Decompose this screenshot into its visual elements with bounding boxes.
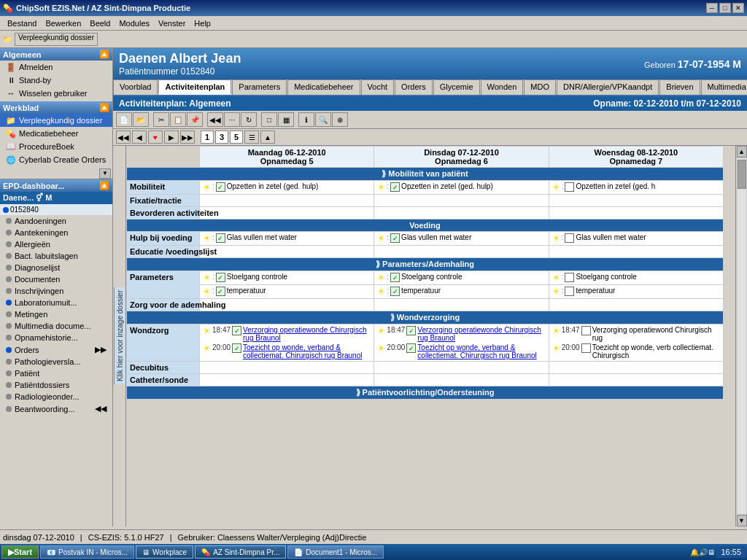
epd-header[interactable]: EPD-dashboar... 🔼 <box>0 179 112 192</box>
checkbox-mob-mon[interactable]: ✓ <box>216 182 225 192</box>
tab-mdo[interactable]: MDO <box>524 79 556 95</box>
checkbox-temp-tue[interactable]: ✓ <box>390 287 400 296</box>
checkbox-wond1-wed[interactable] <box>581 326 591 335</box>
sidebar-inschrijvingen[interactable]: Inschrijvingen <box>0 285 112 297</box>
cal-next[interactable]: ▶ <box>164 131 179 144</box>
sidebar-scrollbar[interactable]: ▼ <box>99 168 111 179</box>
menu-modules[interactable]: Modules <box>115 18 154 29</box>
view2-btn[interactable]: ▦ <box>278 112 294 127</box>
menu-help[interactable]: Help <box>190 18 215 29</box>
checkbox-wond2-mon[interactable]: ✓ <box>232 343 241 353</box>
taskbar-azsint[interactable]: 💊 AZ Sint-Dimpna Pr... <box>195 545 286 559</box>
sidebar-patientdossiers[interactable]: Patiëntdossiers <box>0 379 112 391</box>
sidebar-diagnose[interactable]: Diagnoselijst <box>0 262 112 273</box>
checkbox-mob-tue[interactable]: ✓ <box>390 182 400 192</box>
sidebar-opname[interactable]: Opnamehistorie... <box>0 332 112 343</box>
cal-num1[interactable]: 1 <box>201 131 214 144</box>
sidebar-pathologie[interactable]: Pathologieversla... <box>0 356 112 368</box>
werkblad-header[interactable]: Werkblad 🔼 <box>0 101 112 114</box>
checkbox-wond2-wed[interactable] <box>581 343 591 353</box>
checkbox-wond2-tue[interactable]: ✓ <box>406 343 416 353</box>
cal-next-next[interactable]: ▶▶ <box>180 131 195 144</box>
sidebar-bact[interactable]: Bact. labuitslagen <box>0 250 112 262</box>
open-btn[interactable]: 📂 <box>133 112 149 127</box>
refresh-btn[interactable]: ↻ <box>241 112 257 127</box>
scroll-thumb[interactable] <box>738 160 746 189</box>
maximize-button[interactable]: □ <box>719 3 731 13</box>
start-button[interactable]: ▶ Start <box>1 545 39 559</box>
menu-venster[interactable]: Venster <box>154 18 190 29</box>
tab-parameters[interactable]: Parameters <box>232 79 287 95</box>
sidebar-verpleegkundig[interactable]: 📁 Verpleegkundig dossier <box>0 114 112 127</box>
cal-num5[interactable]: 5 <box>230 131 243 144</box>
taskbar-document[interactable]: 📄 Document1 - Micros... <box>287 545 384 559</box>
cal-num3[interactable]: 3 <box>215 131 228 144</box>
minimize-button[interactable]: ─ <box>706 3 718 13</box>
sidebar-wisselen[interactable]: ↔ Wisselen gebruiker <box>0 87 112 100</box>
sidebar-orders[interactable]: Orders ▶▶ <box>0 343 112 356</box>
sidebar-beantwoording[interactable]: Beantwoording... ◀◀ <box>0 402 112 415</box>
sidebar-medicatie[interactable]: 💊 Medicatiebeheer <box>0 127 112 140</box>
tab-wonden[interactable]: Wonden <box>481 79 524 95</box>
tab-dnr[interactable]: DNR/Allergie/VPKaandpt <box>557 79 659 95</box>
sidebar-aandoeningen[interactable]: Aandoeningen <box>0 215 112 227</box>
tab-vocht[interactable]: Vocht <box>361 79 395 95</box>
vertical-sidebar-container[interactable]: Klik hier voor inzage dossier <box>113 146 126 526</box>
dossier-button[interactable]: Verpleegkundig dossier <box>15 33 98 46</box>
tab-medicatiebeheer[interactable]: Medicatiebeheer <box>287 79 360 95</box>
copy-btn[interactable]: 📋 <box>170 112 186 127</box>
menu-beeld[interactable]: Beeld <box>85 18 115 29</box>
vertical-sidebar-text[interactable]: Klik hier voor inzage dossier <box>114 287 125 384</box>
menu-bestand[interactable]: Bestand <box>3 18 41 29</box>
back-btn[interactable]: ◀◀ <box>207 112 223 127</box>
tab-orders[interactable]: Orders <box>395 79 433 95</box>
checkbox-wond1-mon[interactable]: ✓ <box>232 326 241 335</box>
checkbox-wond1-tue[interactable]: ✓ <box>406 326 416 335</box>
checkbox-stoelgang-tue[interactable]: ✓ <box>390 273 400 282</box>
sidebar-multimedia[interactable]: Multimedia docume... <box>0 320 112 332</box>
paste-btn[interactable]: 📌 <box>187 112 203 127</box>
tab-voorblad[interactable]: Voorblad <box>113 79 158 95</box>
cal-center[interactable]: ♥ <box>148 131 163 144</box>
sidebar-patient[interactable]: Patiënt <box>0 368 112 379</box>
cal-up[interactable]: ▲ <box>260 131 275 144</box>
cal-prev-prev[interactable]: ◀◀ <box>116 131 131 144</box>
tab-multimedia[interactable]: Multimedia <box>701 79 747 95</box>
filter-btn[interactable]: ⊕ <box>332 112 348 127</box>
cal-prev[interactable]: ◀ <box>132 131 147 144</box>
checkbox-mob-wed[interactable] <box>565 182 574 192</box>
tab-activiteitenplan[interactable]: Activiteitenplan <box>158 79 231 95</box>
sidebar-allergien[interactable]: Allergieën <box>0 238 112 250</box>
menu-bewerken[interactable]: Bewerken <box>41 18 85 29</box>
search-btn[interactable]: 🔍 <box>315 112 331 127</box>
taskbar-workplace[interactable]: 🖥 Workplace <box>136 545 193 559</box>
sidebar-aantekeningen[interactable]: Aantekeningen <box>0 227 112 238</box>
close-button[interactable]: ✕ <box>732 3 744 13</box>
tab-brieven[interactable]: Brieven <box>659 79 700 95</box>
sidebar-procedure[interactable]: 📖 ProcedureBoek <box>0 140 112 153</box>
dots-btn[interactable]: ··· <box>224 112 240 127</box>
scroll-up-btn[interactable]: ▲ <box>737 146 747 158</box>
scroll-down-btn[interactable]: ▼ <box>737 515 747 526</box>
algemeen-header[interactable]: Algemeen 🔼 <box>0 48 112 61</box>
sidebar-laboratorium[interactable]: Laboratoriumuit... <box>0 297 112 308</box>
sidebar-radiologie[interactable]: Radiologieonder... <box>0 391 112 402</box>
checkbox-hulp-wed[interactable] <box>565 233 574 243</box>
checkbox-hulp-tue[interactable]: ✓ <box>390 233 400 243</box>
sidebar-standby[interactable]: ⏸ Stand-by <box>0 74 112 87</box>
new-btn[interactable]: 📄 <box>116 112 132 127</box>
checkbox-stoelgang-wed[interactable] <box>565 273 574 282</box>
vertical-scrollbar[interactable]: ▲ ▼ <box>735 146 747 526</box>
sidebar-afmelden[interactable]: 🚪 Afmelden <box>0 61 112 74</box>
info-btn[interactable]: ℹ <box>298 112 314 127</box>
view1-btn[interactable]: □ <box>261 112 277 127</box>
schedule-container[interactable]: Maandag 06-12-2010 Opnamedag 5 Dinsdag 0… <box>126 146 735 526</box>
cal-list[interactable]: ☰ <box>244 131 259 144</box>
checkbox-stoelgang-mon[interactable]: ✓ <box>216 273 225 282</box>
cut-btn[interactable]: ✂ <box>153 112 169 127</box>
checkbox-temp-mon[interactable]: ✓ <box>216 287 225 296</box>
taskbar-postvak[interactable]: 📧 Postvak IN - Micros... <box>40 545 134 559</box>
checkbox-hulp-mon[interactable]: ✓ <box>216 233 225 243</box>
sidebar-documenten[interactable]: Documenten <box>0 273 112 285</box>
tab-glycemie[interactable]: Glycemie <box>433 79 480 95</box>
